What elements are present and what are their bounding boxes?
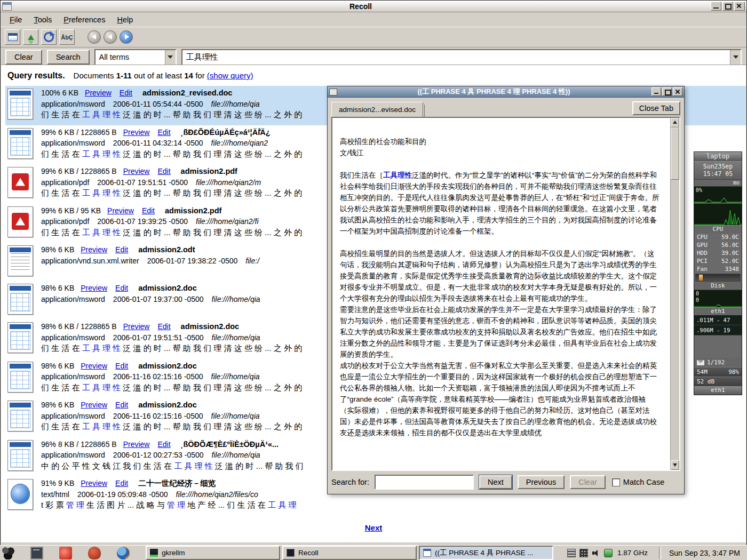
edit-link[interactable]: Edit [157,167,170,175]
app-launcher-icon-1[interactable] [59,547,72,559]
preview-link[interactable]: Preview [81,245,107,254]
taskbar-clock[interactable]: Sun Sep 23, 3:47 PM [669,549,740,557]
find-clear-button[interactable]: Clear [570,475,606,489]
nav-first-page-button[interactable] [88,30,101,44]
search-input[interactable] [182,53,730,62]
scroll-up-icon[interactable] [671,118,679,127]
nav-next-page-button[interactable] [120,30,133,44]
edit-link[interactable]: Edit [115,284,128,292]
edit-link[interactable]: Edit [115,401,128,409]
search-button[interactable]: Search [47,50,90,65]
taskbar-task-button[interactable]: Recoll [282,546,417,560]
preview-app-icon[interactable] [329,89,337,95]
preview-link[interactable]: Preview [81,284,107,292]
menu-preferences[interactable]: Preferences [59,14,110,25]
edit-link[interactable]: Edit [142,206,155,215]
title-bar[interactable]: Recoll [1,1,746,12]
doc-file-icon[interactable] [7,89,33,119]
doc-file-icon[interactable] [7,284,33,315]
doc-file-icon[interactable] [7,401,33,431]
preview-link[interactable]: Preview [81,479,107,487]
edit-link[interactable]: Edit [115,245,128,254]
taskbar-task-button[interactable]: ((工 PHRASE 4 具 PHRASE ... [419,546,553,560]
odt-file-icon[interactable] [7,245,33,276]
app-icon[interactable] [2,2,12,11]
query-combobox[interactable] [181,49,742,66]
preview-link[interactable]: Preview [85,89,112,97]
edit-link[interactable]: Edit [115,479,128,487]
term-explorer-button[interactable]: ÂbÇ [59,29,75,45]
preview-close-icon[interactable] [673,87,682,96]
menu-tools[interactable]: Tools [29,14,57,25]
chevron-down-icon[interactable] [165,50,176,65]
cpu-chart[interactable] [694,203,742,226]
close-icon[interactable] [734,2,745,11]
query-history-chevron-icon[interactable] [730,50,741,65]
doc-file-icon[interactable] [7,128,33,159]
preview-link[interactable]: Preview [123,167,150,175]
find-next-button[interactable]: Next [479,475,512,489]
preview-link[interactable]: Preview [123,128,150,137]
minimize-icon[interactable] [711,2,721,11]
keyboard-tray-icon[interactable] [567,549,576,557]
terminal-launcher-icon[interactable] [30,547,43,559]
window-manager-launcher-icon[interactable] [2,547,14,559]
load-chart[interactable]: 0% [694,186,742,203]
edit-link[interactable]: Edit [157,128,170,137]
edit-link[interactable]: Edit [157,440,170,449]
gkrellm-clock[interactable]: Sun23Sep 15:47 05 [694,161,742,180]
edit-link[interactable]: Edit [115,362,128,370]
menu-file[interactable]: File [5,14,27,25]
workspace-tray-icon[interactable] [579,549,588,557]
scrollbar-track[interactable] [671,180,679,460]
show-query-link[interactable]: (show query) [207,71,253,80]
volume-tray-icon[interactable] [592,549,600,557]
preview-link[interactable]: Preview [123,440,150,449]
firefox-launcher-icon[interactable] [117,547,130,559]
search-mode-select[interactable]: All terms [94,49,177,66]
scrollbar-thumb[interactable] [671,127,679,180]
preview-document[interactable]: 高校招生的社会功能和目的文/钱江我们生活在［工具理性泛滥的时代。作为“世之显学”… [332,118,670,470]
preview-link[interactable]: Preview [81,401,107,409]
match-case-checkbox[interactable] [612,478,620,486]
gkrellm-temps: CPU59.0CGPU56.0CHDD39.0CPCI52.0C [694,233,742,265]
nav-previous-page-button[interactable] [104,30,117,44]
gkrellm-date: Sun23Sep [694,163,742,170]
refresh-button[interactable] [41,29,57,45]
preview-link[interactable]: Preview [107,206,134,215]
clear-button[interactable]: Clear [5,50,42,65]
preview-link[interactable]: Preview [81,362,107,370]
doc-file-icon[interactable] [7,322,33,353]
preview-link[interactable]: Preview [123,322,150,331]
mail-row[interactable]: 1/192 [694,358,742,367]
preview-maximize-icon[interactable] [662,87,672,96]
find-previous-button[interactable]: Previous [518,475,565,489]
edit-link[interactable]: Edit [120,89,132,97]
scroll-down-icon[interactable] [671,460,679,470]
fan-krell-meter[interactable] [695,274,741,282]
find-input[interactable] [375,475,474,490]
maximize-icon[interactable] [722,2,733,11]
preview-window-title: ((工 PHRASE 4 具 PHRASE 4 理 PHRASE 4 性)) [337,87,650,97]
sort-button[interactable] [23,29,38,45]
edit-link[interactable]: Edit [157,322,170,331]
app-launcher-icon-2[interactable] [88,547,101,559]
menu-help[interactable]: Help [112,14,138,25]
pdf-file-icon[interactable] [7,206,33,237]
taskbar-task-button[interactable]: gkrellm [146,546,280,560]
doc-file-icon[interactable] [7,362,33,393]
preview-minimize-icon[interactable] [651,87,661,96]
memory-meter[interactable]: 54M 98% [694,367,742,377]
next-page-link[interactable]: Next [365,523,383,532]
power-tray-icon[interactable] [604,549,613,557]
preview-title-bar[interactable]: ((工 PHRASE 4 具 PHRASE 4 理 PHRASE 4 性)) [328,86,684,98]
preview-tab[interactable]: admission2...evised.doc [331,102,423,118]
wireless-meter[interactable]: 52 dB [694,377,742,386]
html-file-icon[interactable] [7,479,33,510]
preview-scrollbar[interactable] [670,118,679,470]
table-view-button[interactable] [5,29,20,45]
disk-chart[interactable]: 0 0 [694,290,742,308]
close-tab-button[interactable]: Close Tab [632,101,680,115]
doc-file-icon[interactable] [7,440,33,471]
pdf-file-icon[interactable] [7,167,33,198]
